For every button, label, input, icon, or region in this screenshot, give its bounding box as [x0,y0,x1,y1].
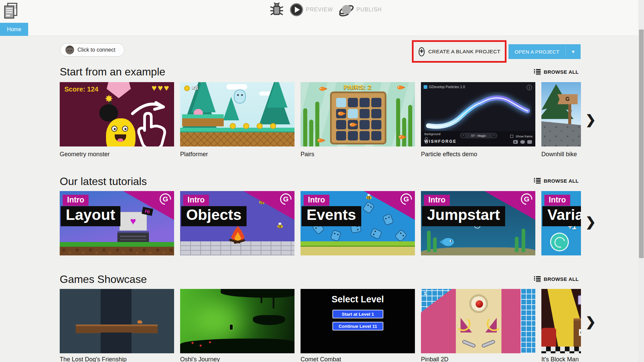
section-title-showcase: Games Showcase [60,273,147,286]
example-card-downhill-bike[interactable]: G [541,82,581,146]
demo-control-bar: Background ‹ 07 - Magic › Show frame WIS… [421,131,535,146]
game-board [330,92,386,144]
coin [270,123,276,129]
logo-letter: G [404,195,409,203]
example-card-geometry-monster[interactable]: Score: 124 ♥♥♥ ✸ [60,82,174,146]
tile [336,131,346,140]
showcase-card-comet-combat[interactable]: Select Level Start at Level 1 Continue L… [301,289,415,353]
tutorial-title: Objects [181,206,247,226]
tutorial-card-layout[interactable]: G Intro Layout ♥ Hi [60,191,174,255]
bug-icon [270,2,284,17]
browse-all-examples[interactable]: BROWSE ALL [534,69,579,75]
tile [360,98,370,107]
open-project-button[interactable]: OPEN A PROJECT ▼ [508,44,581,59]
showcase-card-pinball[interactable]: 1 [421,289,535,353]
fish-tile [348,120,358,129]
score-text: Score: 124 [64,85,98,93]
card-title: Oshi's Journey [180,356,220,362]
water-area [60,289,101,353]
monster-mouth [115,134,126,142]
tutorial-card-events[interactable]: G Intro Events [301,191,415,255]
carousel-next-button[interactable]: ❯ [584,215,597,229]
example-card-pairs[interactable]: PAIRS: 2 [301,82,415,146]
tile [360,131,370,140]
red-couch [541,328,556,347]
grass-strip [301,241,415,247]
tile-grid [336,98,381,140]
fish-character [442,238,454,246]
browse-all-showcase[interactable]: BROWSE ALL [534,276,579,282]
monster-eye [122,126,128,132]
red-flower [200,345,202,347]
section-title-tutorials: Our latest tutorials [60,175,147,188]
preview-button[interactable]: PREVIEW [288,2,334,18]
tutorial-card-jumpstart[interactable]: G Intro Jumpstart [421,191,535,255]
fish-sprite [398,135,405,139]
tile [348,131,358,140]
revealed-tile [348,109,358,118]
background-label: Background [424,132,440,136]
pairs-score-text: PAIRS: 2 [301,84,415,91]
silhouette-canopy [221,289,294,298]
tutorial-title: Jumpstart [422,206,505,226]
showcase-card-block-man[interactable]: BLOCKS [541,289,581,353]
vine [273,292,274,308]
examples-carousel: Score: 124 ♥♥♥ ✸ [60,82,581,160]
create-blank-label: CREATE A BLANK PROJECT [428,49,500,55]
browse-all-tutorials[interactable]: BROWSE ALL [534,178,579,184]
intro-badge: Intro [183,195,209,206]
tutorial-card-variables[interactable]: G Intro Variables +1 [541,191,581,255]
intro-badge: Intro [63,195,89,206]
tutorial-title: Variables [542,206,581,226]
tile [336,120,346,129]
connect-account-button[interactable]: Click to connect [60,43,124,57]
debugger-button[interactable] [268,1,285,18]
project-manager-icon[interactable] [3,3,18,19]
youtube-icon: ▶ [513,140,518,144]
tutorial-card-objects[interactable]: G Intro Objects [180,191,294,255]
card-title: Pairs [301,151,314,158]
lives-hearts: ♥♥♥ [152,83,170,93]
gdevelop-home-screen: PREVIEW PUBLISH Home Click to connect [0,0,644,362]
tile [348,98,358,107]
instagram-icon [527,140,532,144]
carousel-next-button[interactable]: ❯ [584,314,597,329]
list-icon [534,276,541,282]
seaweed [522,229,525,252]
publish-button[interactable]: PUBLISH [338,2,383,18]
tutorial-title: Layout [61,206,120,226]
blocks-sign: BLOCKS [579,329,581,336]
pinball-ball-count: 1 [424,290,426,296]
tumbling-sprite [362,201,375,214]
tab-home[interactable]: Home [0,23,28,36]
rock-column-lower [101,333,131,353]
showcase-card-lost-dog[interactable] [60,289,174,353]
planet-icon [339,3,354,16]
lane-guide [487,316,501,331]
chevron-down-icon[interactable]: ▼ [566,49,581,54]
tile [371,98,381,107]
example-card-platformer[interactable]: ×3 [180,82,294,146]
tile [371,120,381,129]
sprite-editor-window: ♥ [119,212,147,231]
intro-badge: Intro [544,195,570,206]
tile [360,120,370,129]
vertical-scrollbar[interactable] [638,0,644,362]
fish-tile [336,109,346,118]
carousel-next-button[interactable]: ❯ [584,112,597,127]
plus-circle-icon: + [419,47,425,56]
red-flower [209,341,211,343]
showcase-card-oshi[interactable] [180,289,294,353]
scrollbar-thumb[interactable] [639,29,644,258]
effect-name: 07 - Magic [471,134,486,137]
platform-ledge [76,324,158,333]
example-card-particle-effects[interactable]: GDevelop Particles 1.0 i Background [421,82,535,146]
tile [371,109,381,118]
create-blank-project-button[interactable]: + CREATE A BLANK PROJECT [419,44,500,59]
soil-strip [301,247,415,255]
start-level-button[interactable]: Start at Level 1 [332,310,383,318]
coin-count-text: ×3 [192,85,198,92]
continue-level-button[interactable]: Continue Level 11 [332,322,383,330]
info-icon: i [527,85,532,90]
preview-label: PREVIEW [306,7,333,13]
